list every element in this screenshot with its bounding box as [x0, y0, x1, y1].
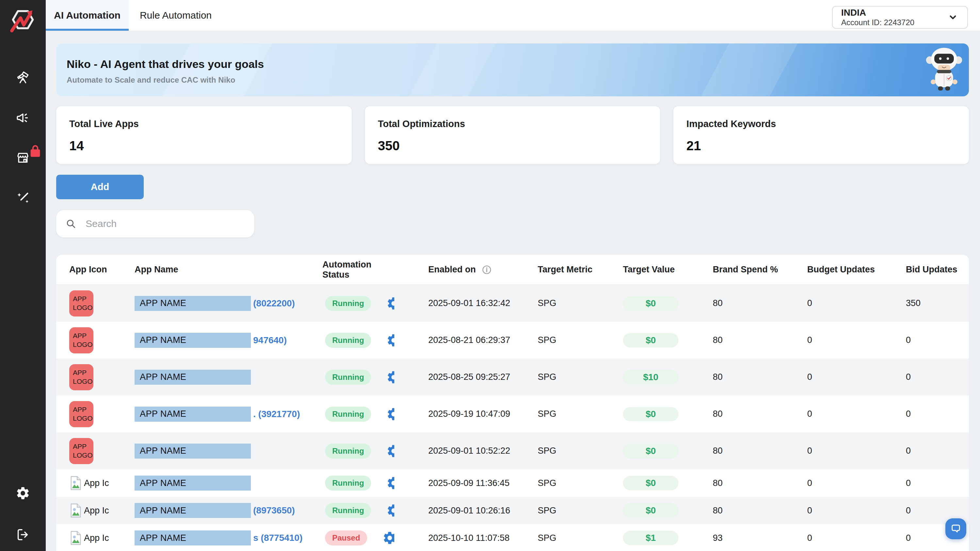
app-name-redacted: APP NAME [135, 296, 251, 311]
account-id: Account ID: 2243720 [841, 18, 914, 27]
target-metric-value: SPG [538, 372, 556, 382]
table-row: App IcAPP NAME(8973650)Running2025-09-01… [56, 497, 969, 524]
col-enabled-on-label: Enabled on [428, 265, 476, 275]
table-cell: SPG [537, 497, 623, 524]
target-metric-value: SPG [538, 298, 556, 308]
stat-card-impacted-keywords: Impacted Keywords 21 [673, 106, 969, 164]
table-row: APP LOGOAPP NAME947640)Running2025-08-21… [56, 322, 969, 359]
table-cell: $0 [623, 469, 711, 497]
table-cell: 0 [805, 395, 903, 432]
bid-updates-value: 0 [906, 506, 911, 516]
status-badge: Running [325, 407, 371, 422]
bid-updates-value: 0 [906, 478, 911, 488]
app-name-redacted: APP NAME [135, 443, 251, 459]
bid-updates-value: 0 [906, 409, 911, 419]
table-header: App Icon App Name Automation Status Enab… [56, 255, 969, 285]
apps-table: App Icon App Name Automation Status Enab… [56, 255, 969, 551]
brand-spend-value: 80 [713, 446, 722, 456]
col-bid-updates: Bid Updates [903, 265, 969, 275]
row-settings-gear-icon[interactable] [386, 370, 394, 385]
table-cell: SPG [537, 395, 623, 432]
sidebar-bottom [15, 486, 30, 551]
row-settings-gear-icon[interactable] [386, 476, 394, 491]
tab-ai-automation[interactable]: AI Automation [46, 0, 129, 31]
table-cell: 0 [805, 497, 903, 524]
account-region: INDIA [841, 7, 914, 18]
app-id-link[interactable]: (8022200) [253, 298, 295, 309]
row-settings-gear-icon[interactable] [386, 443, 394, 459]
add-button[interactable]: Add [56, 175, 144, 199]
table-cell: 2025-09-09 11:36:45 [394, 469, 537, 497]
row-settings-gear-icon[interactable] [386, 333, 394, 348]
table-cell: APP NAME947640) [135, 322, 321, 359]
row-settings-gear-icon[interactable] [386, 296, 394, 311]
row-settings-gear-icon[interactable] [386, 407, 394, 422]
target-value-badge: $0 [623, 503, 678, 518]
table-cell: APP NAME [135, 359, 321, 395]
table-row: App IcAPP NAMEs (8775410)Paused2025-10-1… [56, 524, 969, 551]
brand-spend-value: 93 [713, 533, 722, 543]
megaphone-icon[interactable] [15, 110, 30, 125]
target-metric-value: SPG [538, 533, 556, 543]
row-settings-gear-icon[interactable] [382, 530, 394, 545]
app-id-link[interactable]: (8973650) [253, 505, 295, 516]
table-cell: 0 [805, 322, 903, 359]
app-id-link[interactable]: 947640) [253, 335, 287, 346]
table-cell: $0 [623, 432, 711, 469]
col-enabled-on: Enabled on [394, 264, 537, 275]
table-cell: SPG [537, 432, 623, 469]
app-logo-placeholder: APP LOGO [69, 438, 94, 464]
stat-value: 350 [378, 138, 648, 153]
search-box [56, 210, 254, 237]
app-icon-alt-text: App Ic [84, 478, 109, 488]
magic-wand-icon[interactable] [15, 191, 30, 205]
table-cell: 2025-09-01 10:52:22 [394, 432, 537, 469]
table-cell: APP NAME [135, 432, 321, 469]
app-logo-placeholder: APP LOGO [69, 327, 94, 353]
enabled-on-value: 2025-09-19 10:47:09 [428, 409, 510, 419]
col-automation-status: Automation Status [321, 260, 394, 280]
tab-rule-automation[interactable]: Rule Automation [135, 0, 216, 31]
settings-icon[interactable] [15, 486, 30, 501]
chat-button[interactable] [945, 518, 966, 539]
info-icon[interactable] [481, 264, 492, 275]
search-input[interactable] [85, 218, 245, 230]
chat-bubble-icon [950, 523, 962, 535]
table-cell: 80 [711, 469, 805, 497]
broken-image-icon [69, 530, 82, 545]
app-name-redacted: APP NAME [135, 530, 251, 545]
app-name-redacted: APP NAME [135, 333, 251, 348]
table-cell: 80 [711, 285, 805, 322]
app-name-redacted: APP NAME [135, 476, 251, 491]
table-cell: APP LOGO [56, 432, 135, 469]
stat-value: 14 [69, 138, 339, 153]
niko-banner: Niko - AI Agent that drives your goals A… [56, 43, 969, 96]
app-name-redacted: APP NAME [135, 503, 251, 518]
budget-updates-value: 0 [807, 298, 812, 308]
table-row: APP LOGOAPP NAME(8022200)Running2025-09-… [56, 285, 969, 322]
table-cell: 2025-08-21 06:29:37 [394, 322, 537, 359]
table-cell: 2025-09-19 10:47:09 [394, 395, 537, 432]
stat-label: Impacted Keywords [686, 119, 956, 129]
enabled-on-value: 2025-08-25 09:25:27 [428, 372, 510, 382]
account-selector[interactable]: INDIA Account ID: 2243720 [832, 6, 968, 29]
target-metric-value: SPG [538, 335, 556, 345]
stat-value: 21 [686, 138, 956, 153]
row-settings-gear-icon[interactable] [386, 503, 394, 518]
app-id-link[interactable]: s (8775410) [253, 533, 302, 543]
table-cell: 80 [711, 432, 805, 469]
enabled-on-value: 2025-09-01 10:26:16 [428, 506, 510, 516]
telescope-icon[interactable] [15, 70, 30, 85]
table-cell: $10 [623, 359, 711, 395]
sidebar [0, 0, 46, 551]
chevron-down-icon [947, 11, 959, 23]
table-row: App IcAPP NAMERunning2025-09-09 11:36:45… [56, 469, 969, 497]
target-value-badge: $10 [623, 370, 678, 384]
banner-stripe [684, 43, 811, 96]
app-id-link[interactable]: . (3921770) [253, 409, 300, 419]
logout-icon[interactable] [15, 527, 30, 542]
enabled-on-value: 2025-09-01 10:52:22 [428, 446, 510, 456]
storefront-icon[interactable] [15, 150, 30, 165]
table-cell: 2025-09-01 10:26:16 [394, 497, 537, 524]
table-cell: SPG [537, 524, 623, 551]
